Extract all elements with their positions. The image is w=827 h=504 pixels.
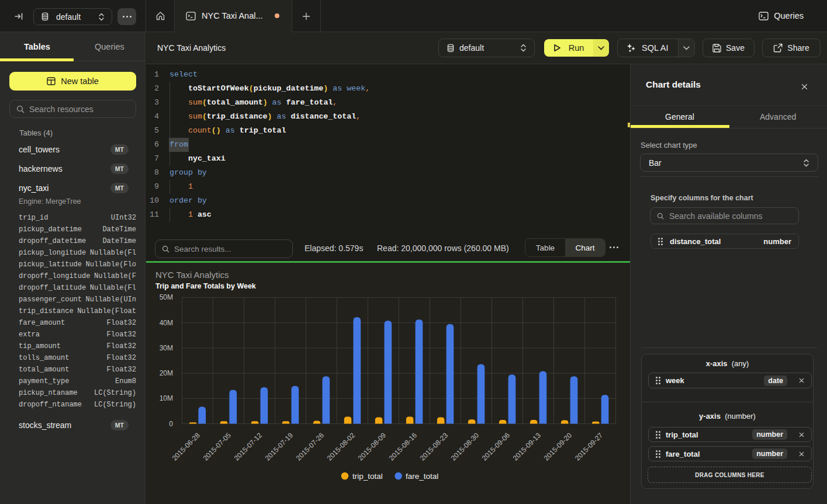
svg-text:20M: 20M <box>160 369 173 377</box>
svg-text:2015-06-28: 2015-06-28 <box>171 431 202 463</box>
svg-text:2015-09-06: 2015-09-06 <box>480 431 512 463</box>
svg-text:0: 0 <box>169 420 173 428</box>
svg-text:trip_total: trip_total <box>352 472 383 481</box>
svg-text:40M: 40M <box>160 319 173 327</box>
svg-text:30M: 30M <box>160 344 173 352</box>
svg-text:10M: 10M <box>160 394 173 402</box>
svg-text:2015-08-30: 2015-08-30 <box>449 431 481 463</box>
svg-text:2015-09-27: 2015-09-27 <box>573 431 605 463</box>
svg-text:50M: 50M <box>160 293 173 301</box>
svg-text:2015-08-02: 2015-08-02 <box>326 431 357 463</box>
svg-text:2015-07-12: 2015-07-12 <box>233 431 264 463</box>
svg-text:2015-09-13: 2015-09-13 <box>511 431 543 463</box>
svg-text:2015-09-20: 2015-09-20 <box>542 431 574 463</box>
svg-text:2015-07-26: 2015-07-26 <box>295 431 326 463</box>
svg-text:2015-08-16: 2015-08-16 <box>387 431 419 463</box>
svg-text:2015-08-23: 2015-08-23 <box>418 431 450 463</box>
svg-text:fare_total: fare_total <box>406 472 438 481</box>
svg-text:2015-08-09: 2015-08-09 <box>357 431 388 463</box>
svg-text:2015-07-05: 2015-07-05 <box>202 431 233 463</box>
svg-text:2015-07-19: 2015-07-19 <box>264 431 295 463</box>
